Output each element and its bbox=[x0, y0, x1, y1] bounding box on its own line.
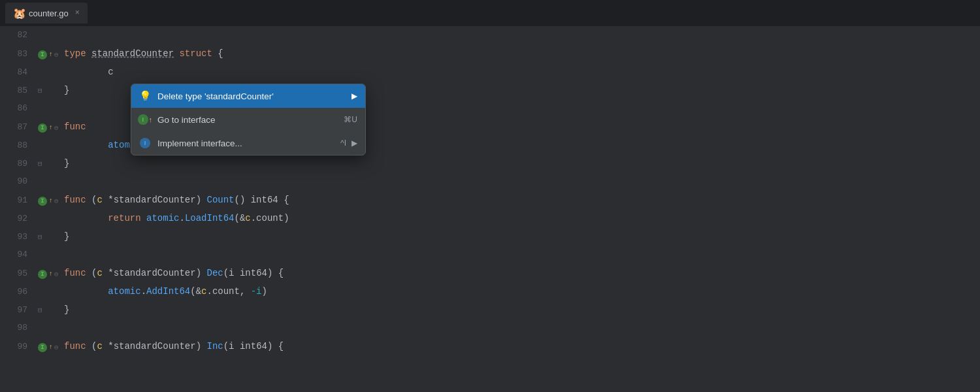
line-content-89: } bbox=[61, 154, 980, 172]
line-number-91: 91 bbox=[0, 191, 38, 210]
fold-arrow-95[interactable]: ⊖ bbox=[54, 265, 59, 284]
impl-badge-95: I bbox=[38, 270, 47, 279]
up-arrow-91: ↑ bbox=[49, 192, 53, 210]
gutter-95[interactable]: I ↑ ⊖ bbox=[38, 265, 61, 284]
code-line-97: 97 ⊟ } bbox=[0, 301, 980, 319]
line-number-84: 84 bbox=[0, 63, 38, 82]
line-number-83: 83 bbox=[0, 45, 38, 63]
fold-arrow-91[interactable]: ⊖ bbox=[54, 192, 59, 210]
code-line-92: 92 return atomic.LoadInt64(&c.count) bbox=[0, 209, 980, 227]
line-number-96: 96 bbox=[0, 283, 38, 301]
up-arrow-99: ↑ bbox=[49, 338, 53, 357]
line-content-83: type standardCounter struct { bbox=[61, 44, 980, 63]
line-number-99: 99 bbox=[0, 338, 38, 356]
fold-close-97[interactable]: ⊟ bbox=[38, 301, 42, 319]
impl-badge-87: I bbox=[38, 123, 47, 133]
code-line-95: 95 I ↑ ⊖ func (c *standardCounter) Dec(i… bbox=[0, 264, 980, 282]
tab-close-button[interactable]: × bbox=[75, 8, 80, 18]
line-number-90: 90 bbox=[0, 172, 38, 191]
line-number-82: 82 bbox=[0, 26, 38, 44]
code-editor: 82 83 I ↑ ⊖ type standardCounter struct … bbox=[0, 26, 980, 392]
menu-item-delete-type[interactable]: 💡 Delete type 'standardCounter' ▶ bbox=[131, 84, 365, 108]
gutter-99[interactable]: I ↑ ⊖ bbox=[38, 338, 61, 357]
line-number-98: 98 bbox=[0, 319, 38, 337]
gutter-85[interactable]: ⊟ bbox=[38, 82, 61, 100]
code-line-84: 84 c bbox=[0, 63, 980, 81]
menu-item-implement-interface-label: Implement interface... bbox=[157, 139, 330, 148]
go-file-icon: 🐹 bbox=[13, 7, 25, 19]
line-content-91: func (c *standardCounter) Count() int64 … bbox=[61, 191, 980, 209]
impl-badge-99: I bbox=[38, 343, 47, 352]
tab-label: counter.go bbox=[29, 8, 69, 18]
fold-close-89[interactable]: ⊟ bbox=[38, 155, 42, 173]
line-number-92: 92 bbox=[0, 210, 38, 228]
menu-item-implement-interface-shortcut: ^I bbox=[340, 139, 346, 148]
gutter-83[interactable]: I ↑ ⊖ bbox=[38, 46, 61, 64]
tab-bar: 🐹 counter.go × bbox=[0, 0, 980, 26]
line-content-92: return atomic.LoadInt64(&c.count) bbox=[61, 209, 980, 227]
menu-item-go-to-interface[interactable]: I ↑ Go to interface ⌘U bbox=[131, 108, 365, 131]
line-number-86: 86 bbox=[0, 99, 38, 118]
gutter-87[interactable]: I ↑ ⊖ bbox=[38, 119, 61, 137]
line-content-96: atomic.AddInt64(&c.count, -i) bbox=[61, 282, 980, 301]
code-line-90: 90 bbox=[0, 172, 980, 191]
implement-interface-icon: I bbox=[138, 136, 152, 150]
bulb-icon: 💡 bbox=[138, 89, 152, 103]
line-number-97: 97 bbox=[0, 301, 38, 319]
code-line-98: 98 bbox=[0, 319, 980, 337]
menu-item-implement-interface-arrow: ▶ bbox=[351, 139, 357, 148]
up-arrow-83: ↑ bbox=[49, 46, 53, 64]
code-line-89: 89 ⊟ } bbox=[0, 154, 980, 172]
tab-counter-go[interactable]: 🐹 counter.go × bbox=[5, 3, 88, 24]
gutter-91[interactable]: I ↑ ⊖ bbox=[38, 192, 61, 210]
up-arrow-95: ↑ bbox=[49, 265, 53, 284]
fold-close-93[interactable]: ⊟ bbox=[38, 228, 42, 246]
line-number-95: 95 bbox=[0, 265, 38, 283]
code-line-96: 96 atomic.AddInt64(&c.count, -i) bbox=[0, 282, 980, 301]
gutter-93[interactable]: ⊟ bbox=[38, 228, 61, 246]
code-line-82: 82 bbox=[0, 26, 980, 44]
line-content-97: } bbox=[61, 301, 980, 319]
line-number-94: 94 bbox=[0, 246, 38, 264]
menu-item-go-to-interface-label: Go to interface bbox=[157, 115, 333, 125]
menu-item-implement-interface[interactable]: I Implement interface... ^I ▶ bbox=[131, 131, 365, 155]
menu-item-go-to-interface-shortcut: ⌘U bbox=[344, 115, 357, 124]
line-number-88: 88 bbox=[0, 137, 38, 155]
code-line-99: 99 I ↑ ⊖ func (c *standardCounter) Inc(i… bbox=[0, 337, 980, 355]
impl-badge-91: I bbox=[38, 197, 47, 206]
line-content-95: func (c *standardCounter) Dec(i int64) { bbox=[61, 264, 980, 282]
line-number-85: 85 bbox=[0, 82, 38, 100]
line-number-93: 93 bbox=[0, 228, 38, 246]
fold-close-85[interactable]: ⊟ bbox=[38, 82, 42, 100]
fold-arrow-83[interactable]: ⊖ bbox=[54, 46, 59, 64]
menu-item-delete-type-label: Delete type 'standardCounter' bbox=[157, 91, 346, 101]
fold-arrow-99[interactable]: ⊖ bbox=[54, 338, 59, 357]
context-menu: 💡 Delete type 'standardCounter' ▶ I ↑ Go… bbox=[131, 84, 366, 155]
gutter-97[interactable]: ⊟ bbox=[38, 301, 61, 319]
menu-item-delete-type-arrow: ▶ bbox=[351, 91, 357, 101]
go-to-interface-icon: I ↑ bbox=[138, 112, 152, 127]
line-content-84: c bbox=[61, 63, 980, 81]
code-line-91: 91 I ↑ ⊖ func (c *standardCounter) Count… bbox=[0, 191, 980, 209]
line-content-93: } bbox=[61, 227, 980, 246]
up-arrow-87: ↑ bbox=[49, 119, 53, 137]
impl-badge-83: I bbox=[38, 50, 47, 59]
line-number-89: 89 bbox=[0, 155, 38, 173]
fold-arrow-87[interactable]: ⊖ bbox=[54, 119, 59, 137]
line-number-87: 87 bbox=[0, 118, 38, 137]
gutter-89[interactable]: ⊟ bbox=[38, 155, 61, 173]
code-line-83: 83 I ↑ ⊖ type standardCounter struct { bbox=[0, 44, 980, 63]
line-content-99: func (c *standardCounter) Inc(i int64) { bbox=[61, 337, 980, 355]
code-line-93: 93 ⊟ } bbox=[0, 227, 980, 246]
code-line-94: 94 bbox=[0, 246, 980, 264]
